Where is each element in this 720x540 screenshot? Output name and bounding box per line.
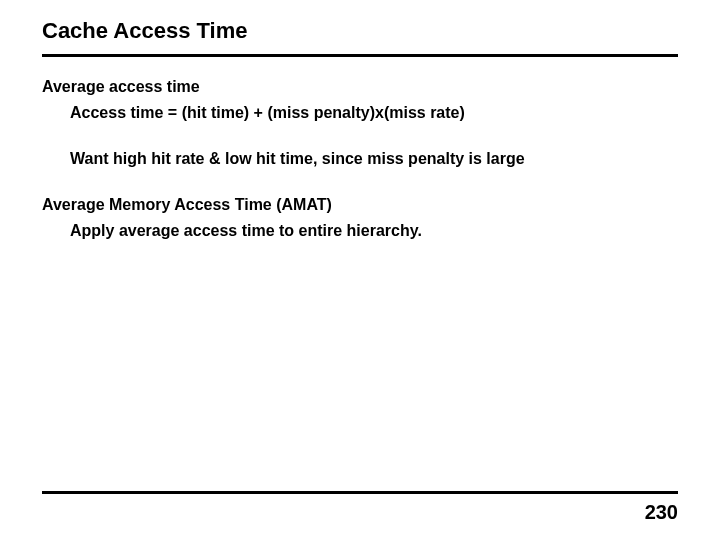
spacer [42, 171, 678, 193]
section2-line1: Apply average access time to entire hier… [70, 219, 678, 243]
section1-heading: Average access time [42, 75, 678, 99]
section2-heading: Average Memory Access Time (AMAT) [42, 193, 678, 217]
title-divider [42, 54, 678, 57]
page-number: 230 [645, 501, 678, 524]
slide-title: Cache Access Time [42, 18, 678, 44]
spacer [42, 125, 678, 147]
section1-line1: Access time = (hit time) + (miss penalty… [70, 101, 678, 125]
slide-container: Cache Access Time Average access time Ac… [0, 0, 720, 540]
slide-content: Average access time Access time = (hit t… [42, 75, 678, 243]
footer-divider [42, 491, 678, 494]
section1-line2: Want high hit rate & low hit time, since… [70, 147, 678, 171]
